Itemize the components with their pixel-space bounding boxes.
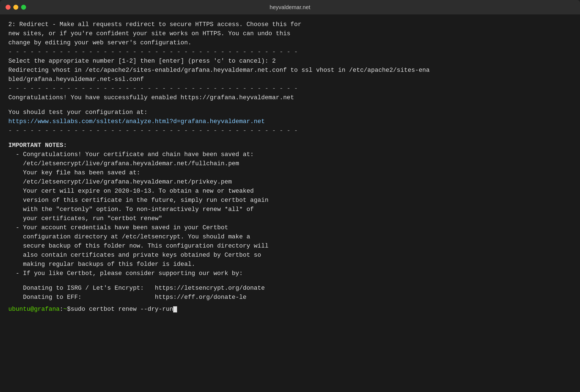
prompt-username: ubuntu bbox=[8, 305, 30, 314]
terminal-line: your certificates, run "certbot renew" bbox=[8, 214, 572, 223]
prompt-at-host: @grafana bbox=[30, 305, 60, 314]
terminal-url-line: https://www.ssllabs.com/ssltest/analyze.… bbox=[8, 117, 572, 126]
terminal-line: Your cert will expire on 2020-10-13. To … bbox=[8, 187, 572, 196]
terminal-line: Your key file has been saved at: bbox=[8, 168, 572, 177]
terminal-line: configuration directory at /etc/letsencr… bbox=[8, 232, 572, 241]
terminal-line: secure backup of this folder now. This c… bbox=[8, 241, 572, 251]
terminal-line: Donating to EFF: https://eff.org/donate-… bbox=[8, 293, 572, 302]
terminal-line: bled/grafana.heyvaldemar.net-ssl.conf bbox=[8, 75, 572, 84]
traffic-lights bbox=[6, 5, 26, 10]
close-button[interactable] bbox=[6, 5, 11, 10]
terminal-line: - If you like Certbot, please consider s… bbox=[8, 269, 572, 278]
prompt-line[interactable]: ubuntu@grafana:~$ sudo certbot renew --d… bbox=[8, 305, 572, 314]
terminal-line: Redirecting vhost in /etc/apache2/sites-… bbox=[8, 66, 572, 75]
prompt-dollar: $ bbox=[67, 305, 70, 314]
terminal-line: making regular backups of this folder is… bbox=[8, 260, 572, 269]
minimize-button[interactable] bbox=[13, 5, 18, 10]
terminal-line: 2: Redirect - Make all requests redirect… bbox=[8, 20, 572, 29]
separator-line: - - - - - - - - - - - - - - - - - - - - … bbox=[8, 126, 572, 135]
window-title: heyvaldemar.net bbox=[270, 4, 311, 11]
terminal-line: /etc/letsencrypt/live/grafana.heyvaldema… bbox=[8, 177, 572, 187]
terminal-line: /etc/letsencrypt/live/grafana.heyvaldema… bbox=[8, 159, 572, 168]
terminal-line: change by editing your web server's conf… bbox=[8, 38, 572, 47]
prompt-path: ~ bbox=[63, 305, 67, 314]
terminal-line: Donating to ISRG / Let's Encrypt: https:… bbox=[8, 284, 572, 293]
maximize-button[interactable] bbox=[21, 5, 26, 10]
terminal-line: also contain certificates and private ke… bbox=[8, 251, 572, 260]
terminal-line: - Your account credentials have been sav… bbox=[8, 223, 572, 232]
terminal-window: heyvaldemar.net 2: Redirect - Make all r… bbox=[0, 0, 580, 392]
terminal-line: - Congratulations! Your certificate and … bbox=[8, 150, 572, 159]
terminal-cursor bbox=[173, 306, 177, 312]
terminal-content[interactable]: 2: Redirect - Make all requests redirect… bbox=[0, 14, 580, 392]
terminal-line: with the "certonly" option. To non-inter… bbox=[8, 205, 572, 214]
separator-line: - - - - - - - - - - - - - - - - - - - - … bbox=[8, 84, 572, 93]
important-notes-header: IMPORTANT NOTES: bbox=[8, 141, 572, 150]
terminal-line: version of this certificate in the futur… bbox=[8, 196, 572, 205]
terminal-line: Congratulations! You have successfully e… bbox=[8, 93, 572, 102]
prompt-colon: : bbox=[60, 305, 63, 314]
spacer bbox=[8, 135, 572, 141]
terminal-line: new sites, or if you're confident your s… bbox=[8, 29, 572, 38]
prompt-command: sudo certbot renew --dry-run bbox=[70, 305, 173, 314]
spacer bbox=[8, 278, 572, 284]
terminal-line: You should test your configuration at: bbox=[8, 108, 572, 117]
title-bar: heyvaldemar.net bbox=[0, 0, 580, 14]
terminal-line: Select the appropriate number [1-2] then… bbox=[8, 57, 572, 66]
separator-line: - - - - - - - - - - - - - - - - - - - - … bbox=[8, 47, 572, 57]
spacer bbox=[8, 102, 572, 108]
